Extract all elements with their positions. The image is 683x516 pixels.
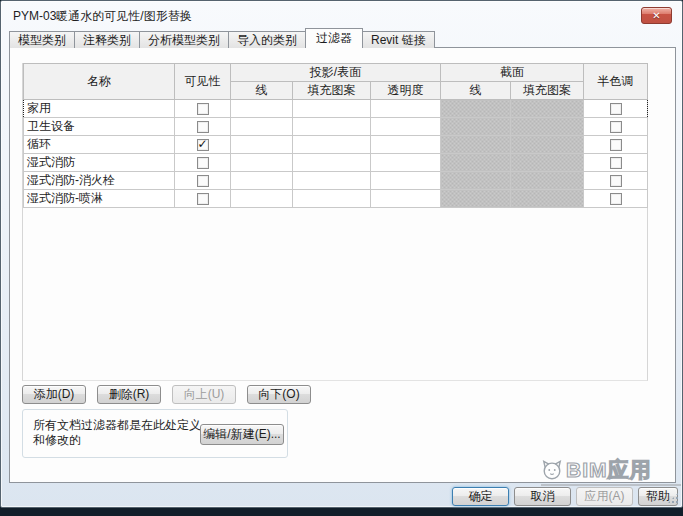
transparency-cell[interactable] [371,100,441,118]
halftone-cell[interactable] [584,100,648,118]
tab-model-categories[interactable]: 模型类别 [9,31,75,48]
cut-lines-cell [441,100,511,118]
close-button[interactable]: ✕ [641,7,672,24]
edit-new-button[interactable]: 编辑/新建(E)... [200,424,284,445]
move-down-button[interactable]: 向下(O) [247,385,311,404]
filter-name-cell[interactable]: 家用 [24,100,175,118]
filter-name-cell[interactable]: 湿式消防 [24,154,175,172]
transparency-cell[interactable] [371,136,441,154]
table-row[interactable]: 卫生设备 [24,118,648,136]
column-header-projection-lines: 线 [231,82,293,100]
projection-lines-cell[interactable] [231,190,293,208]
projection-lines-cell[interactable] [231,154,293,172]
halftone-checkbox[interactable] [610,103,622,115]
transparency-cell[interactable] [371,190,441,208]
table-row[interactable]: 家用 [24,100,648,118]
visibility-checkbox[interactable] [197,193,209,205]
cut-patterns-cell [511,190,584,208]
transparency-cell[interactable] [371,118,441,136]
halftone-checkbox[interactable] [610,175,622,187]
visibility-checkbox[interactable] [197,157,209,169]
projection-patterns-cell[interactable] [293,190,371,208]
visibility-cell[interactable] [175,154,231,172]
cut-lines-cell [441,154,511,172]
tab-filters[interactable]: 过滤器 [305,28,363,48]
table-row[interactable]: 湿式消防-消火栓 [24,172,648,190]
filter-name-cell[interactable]: 循环 [24,136,175,154]
projection-patterns-cell[interactable] [293,154,371,172]
visibility-cell[interactable]: ✓ [175,136,231,154]
cut-patterns-cell [511,172,584,190]
close-icon: ✕ [652,11,660,21]
halftone-checkbox[interactable] [610,157,622,169]
tab-revit-links[interactable]: Revit 链接 [362,31,435,48]
transparency-cell[interactable] [371,154,441,172]
projection-lines-cell[interactable] [231,100,293,118]
cut-lines-cell [441,172,511,190]
check-icon: ✓ [198,137,208,151]
column-header-projection: 投影/表面 [231,64,441,82]
visibility-checkbox[interactable] [197,175,209,187]
cancel-button[interactable]: 取消 [514,487,571,506]
halftone-checkbox[interactable] [610,193,622,205]
tab-analytical-model-categories[interactable]: 分析模型类别 [139,31,229,48]
visibility-checkbox[interactable] [197,103,209,115]
filter-name-cell[interactable]: 卫生设备 [24,118,175,136]
visibility-checkbox[interactable] [197,121,209,133]
column-header-cut-lines: 线 [441,82,511,100]
filters-tab-page: 名称 可见性 投影/表面 截面 半色调 线 填充图案 透明度 线 填充图案 家用… [9,47,676,483]
table-row[interactable]: 湿式消防-喷淋 [24,190,648,208]
column-header-transparency: 透明度 [371,82,441,100]
cut-patterns-cell [511,100,584,118]
projection-patterns-cell[interactable] [293,118,371,136]
transparency-cell[interactable] [371,172,441,190]
visibility-cell[interactable] [175,100,231,118]
cut-lines-cell [441,136,511,154]
halftone-checkbox[interactable] [610,121,622,133]
tab-imported-categories[interactable]: 导入的类别 [228,31,306,48]
halftone-cell[interactable] [584,154,648,172]
cut-lines-cell [441,190,511,208]
edit-filters-description: 所有文档过滤器都是在此处定义和修改的 [33,418,203,448]
apply-button[interactable]: 应用(A) [576,487,633,506]
column-header-visibility: 可见性 [175,64,231,100]
column-header-halftone: 半色调 [584,64,648,100]
ok-button[interactable]: 确定 [452,487,509,506]
column-header-cut: 截面 [441,64,584,82]
visibility-cell[interactable] [175,118,231,136]
titlebar[interactable]: PYM-03暖通水的可见性/图形替换 ✕ [1,1,682,27]
column-header-cut-patterns: 填充图案 [511,82,584,100]
halftone-cell[interactable] [584,118,648,136]
projection-lines-cell[interactable] [231,136,293,154]
projection-patterns-cell[interactable] [293,136,371,154]
cut-lines-cell [441,118,511,136]
projection-lines-cell[interactable] [231,118,293,136]
cut-patterns-cell [511,136,584,154]
visibility-checkbox[interactable]: ✓ [197,139,209,151]
column-header-name: 名称 [24,64,175,100]
projection-patterns-cell[interactable] [293,172,371,190]
halftone-cell[interactable] [584,136,648,154]
projection-lines-cell[interactable] [231,172,293,190]
cut-patterns-cell [511,154,584,172]
halftone-cell[interactable] [584,172,648,190]
filter-name-cell[interactable]: 湿式消防-消火栓 [24,172,175,190]
remove-button[interactable]: 删除(R) [97,385,161,404]
halftone-checkbox[interactable] [610,139,622,151]
move-up-button[interactable]: 向上(U) [172,385,236,404]
tabstrip: 模型类别注释类别分析模型类别导入的类别过滤器Revit 链接 [9,29,435,48]
window-title: PYM-03暖通水的可见性/图形替换 [13,8,192,25]
table-row[interactable]: 循环✓ [24,136,648,154]
halftone-cell[interactable] [584,190,648,208]
visibility-cell[interactable] [175,172,231,190]
visibility-cell[interactable] [175,190,231,208]
column-header-projection-patterns: 填充图案 [293,82,371,100]
filters-grid: 名称 可见性 投影/表面 截面 半色调 线 填充图案 透明度 线 填充图案 家用… [22,63,648,381]
edit-filters-groupbox: 所有文档过滤器都是在此处定义和修改的 编辑/新建(E)... [22,409,288,458]
projection-patterns-cell[interactable] [293,100,371,118]
filter-name-cell[interactable]: 湿式消防-喷淋 [24,190,175,208]
add-button[interactable]: 添加(D) [22,385,86,404]
table-row[interactable]: 湿式消防 [24,154,648,172]
cut-patterns-cell [511,118,584,136]
tab-annotation-categories[interactable]: 注释类别 [74,31,140,48]
